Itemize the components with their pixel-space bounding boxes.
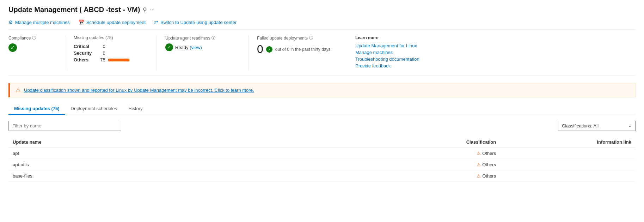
learn-more-section: Learn more Update Management for Linux M… [347,35,428,70]
info-link-apt [510,148,636,159]
critical-label: Critical [74,43,97,50]
stats-row: Compliance ⓘ ✓ Missing updates (75) Crit… [8,35,636,76]
warning-icon: ⚠ [477,151,481,156]
agent-ready-status: ✓ Ready (view) [165,43,240,51]
missing-updates-section: Missing updates (75) Critical 0 Security… [65,35,157,70]
update-table: Update name Classification Information l… [8,137,636,182]
learn-more-title: Learn more [355,35,419,40]
compliance-label: Compliance [8,36,31,41]
switch-icon: ⇄ [154,19,158,25]
col-header-classification: Classification [385,137,510,148]
learn-more-link-linux[interactable]: Update Management for Linux [355,43,419,48]
warning-icon: ⚠ [477,173,481,179]
update-name-apt-utils: apt-utils [8,159,385,170]
security-label: Security [74,50,97,56]
security-value: 0 [97,50,108,56]
info-link-base-files [510,170,636,182]
classifications-select[interactable]: Classifications: All Classifications: Cr… [558,121,636,131]
info-link-apt-utils [510,159,636,170]
classification-apt-utils: Others [482,162,496,167]
alert-banner: ⚠ Update classification shown and report… [8,83,636,97]
failed-deployments-section: Failed update deployments ⓘ 0 ✓ out of 0… [248,35,347,70]
agent-readiness-label: Update agent readiness [165,36,210,41]
failed-description: out of 0 in the past thirty days [275,47,331,52]
gear-icon: ⚙ [8,19,13,25]
alert-warning-icon: ⚠ [16,87,20,94]
others-label: Others [74,56,97,63]
compliance-info-icon[interactable]: ⓘ [32,35,36,41]
classification-apt: Others [482,151,496,156]
table-row: base-files ⚠ Others [8,170,636,182]
page-title: Update Management ( ABCD -test - VM) [8,6,140,14]
learn-more-link-machines[interactable]: Manage machines [355,50,419,55]
alert-link[interactable]: Update classification shown and reported… [24,88,254,93]
tab-history[interactable]: History [123,103,148,115]
missing-updates-table: Critical 0 Security 0 Others 75 [74,43,129,63]
table-header-row: Update name Classification Information l… [8,137,636,148]
switch-update-center-button[interactable]: ⇄ Switch to Update using update center [154,19,237,25]
calendar-icon: 📅 [78,19,84,25]
table-row: Security 0 [74,50,129,56]
pin-icon[interactable]: ⚲ [143,6,147,13]
agent-ready-text: Ready (view) [175,45,202,50]
schedule-update-button[interactable]: 📅 Schedule update deployment [78,19,146,25]
warning-icon: ⚠ [477,162,481,167]
table-row: apt-utils ⚠ Others [8,159,636,170]
compliance-section: Compliance ⓘ ✓ [8,35,65,70]
table-row: Others 75 [74,56,129,63]
filter-row: Classifications: All Classifications: Cr… [8,121,636,131]
compliance-check-icon: ✓ [8,43,17,52]
agent-readiness-section: Update agent readiness ⓘ ✓ Ready (view) [157,35,248,70]
others-bar [108,59,129,61]
classification-base-files: Others [482,173,496,179]
tabs: Missing updates (75) Deployment schedule… [8,103,636,115]
failed-deployments-info-icon[interactable]: ⓘ [309,35,313,41]
table-row: Critical 0 [74,43,129,50]
failed-count: 0 [257,43,263,55]
tab-missing-updates[interactable]: Missing updates (75) [8,103,65,115]
others-value: 75 [97,56,108,63]
update-name-apt: apt [8,148,385,159]
critical-value: 0 [97,43,108,50]
manage-machines-button[interactable]: ⚙ Manage multiple machines [8,19,70,25]
learn-more-link-feedback[interactable]: Provide feedback [355,63,419,68]
tab-deployment-schedules[interactable]: Deployment schedules [65,103,123,115]
missing-updates-label: Missing updates (75) [74,35,113,40]
agent-check-icon: ✓ [165,43,173,51]
agent-readiness-info-icon[interactable]: ⓘ [211,35,215,41]
failed-deployments-label: Failed update deployments [257,36,308,41]
update-name-base-files: base-files [8,170,385,182]
classifications-select-wrapper: Classifications: All Classifications: Cr… [558,121,636,131]
filter-by-name-input[interactable] [8,121,121,131]
more-icon[interactable]: ··· [150,7,154,13]
table-row: apt ⚠ Others [8,148,636,159]
col-header-info: Information link [510,137,636,148]
col-header-name: Update name [8,137,385,148]
failed-check-icon: ✓ [266,46,272,53]
learn-more-link-troubleshooting[interactable]: Troubleshooting documentation [355,56,419,62]
agent-view-link[interactable]: (view) [190,45,202,50]
toolbar: ⚙ Manage multiple machines 📅 Schedule up… [8,19,636,30]
